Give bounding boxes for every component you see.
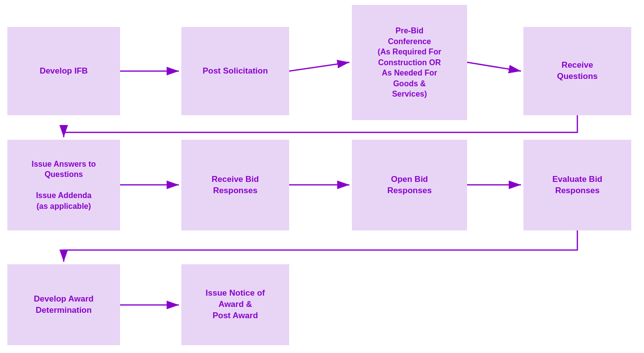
open-bid-responses-label: Open BidResponses [387, 174, 432, 197]
arrow-evaluate-to-develop [64, 230, 577, 262]
develop-award-box: Develop AwardDetermination [7, 264, 120, 345]
receive-bid-responses-label: Receive BidResponses [212, 174, 259, 197]
arrow-prebid-to-receive [467, 62, 521, 71]
arrow-post-to-prebid [289, 62, 349, 71]
develop-award-label: Develop AwardDetermination [34, 294, 94, 316]
post-solicitation-label: Post Solicitation [202, 66, 268, 77]
develop-ifb-label: Develop IFB [40, 66, 88, 77]
post-solicitation-box: Post Solicitation [181, 27, 289, 115]
issue-notice-label: Issue Notice ofAward &Post Award [206, 288, 265, 322]
flowchart: Develop IFB Post Solicitation Pre-BidCon… [0, 0, 644, 353]
pre-bid-label: Pre-BidConference(As Required ForConstru… [378, 25, 442, 100]
develop-ifb-box: Develop IFB [7, 27, 120, 115]
receive-bid-responses-box: Receive BidResponses [181, 140, 289, 230]
evaluate-bid-responses-box: Evaluate BidResponses [523, 140, 631, 230]
arrow-receive-to-issue [64, 115, 577, 137]
evaluate-bid-responses-label: Evaluate BidResponses [552, 174, 602, 197]
receive-questions-label: ReceiveQuestions [557, 60, 597, 82]
issue-answers-label: Issue Answers toQuestionsIssue Addenda(a… [31, 159, 96, 212]
issue-answers-box: Issue Answers toQuestionsIssue Addenda(a… [7, 140, 120, 230]
issue-notice-box: Issue Notice ofAward &Post Award [181, 264, 289, 345]
receive-questions-box: ReceiveQuestions [523, 27, 631, 115]
pre-bid-conference-box: Pre-BidConference(As Required ForConstru… [352, 5, 467, 120]
open-bid-responses-box: Open BidResponses [352, 140, 467, 230]
